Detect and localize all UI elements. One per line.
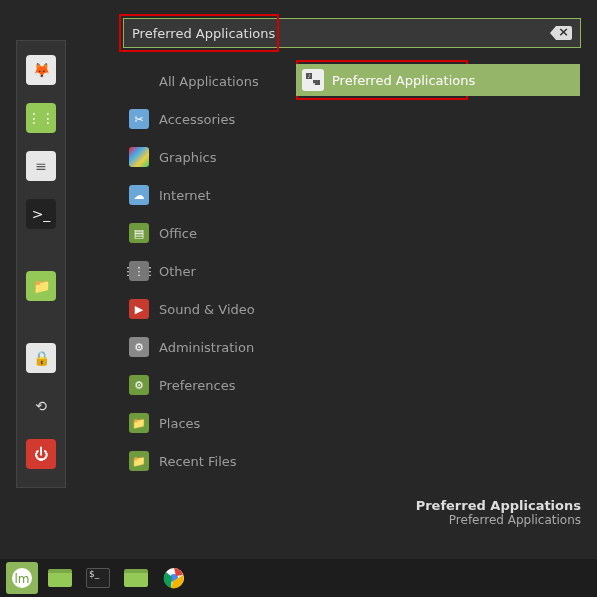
svg-text:♪: ♪: [307, 73, 310, 79]
scissors-icon: ✂: [129, 109, 149, 129]
category-label: Graphics: [159, 150, 216, 165]
app-description-subtitle: Preferred Applications: [416, 513, 581, 527]
files-launcher[interactable]: [44, 562, 76, 594]
chrome-launcher[interactable]: [158, 562, 190, 594]
lock-icon[interactable]: 🔒: [26, 343, 56, 373]
category-label: Sound & Video: [159, 302, 255, 317]
category-other[interactable]: ⋮⋮⋮Other: [123, 252, 293, 290]
category-sound-video[interactable]: ▶Sound & Video: [123, 290, 293, 328]
svg-point-3: [313, 83, 315, 85]
admin-icon: ⚙: [129, 337, 149, 357]
logout-icon[interactable]: ⟲: [26, 391, 56, 421]
app-description-title: Preferred Applications: [416, 498, 581, 513]
play-icon: ▶: [129, 299, 149, 319]
category-preferences[interactable]: ⚙Preferences: [123, 366, 293, 404]
preferred-apps-icon: ♪: [302, 69, 324, 91]
category-label: Preferences: [159, 378, 235, 393]
category-internet[interactable]: ☁Internet: [123, 176, 293, 214]
settings-icon[interactable]: ≡: [26, 151, 56, 181]
terminal-icon[interactable]: >_: [26, 199, 56, 229]
category-label: Internet: [159, 188, 211, 203]
category-label: All Applications: [159, 74, 259, 89]
apps-icon[interactable]: ⋮⋮: [26, 103, 56, 133]
clear-search-icon[interactable]: [556, 26, 572, 40]
category-office[interactable]: ▤Office: [123, 214, 293, 252]
category-label: Administration: [159, 340, 254, 355]
category-administration[interactable]: ⚙Administration: [123, 328, 293, 366]
category-label: Recent Files: [159, 454, 237, 469]
search-result-item[interactable]: ♪ Preferred Applications: [296, 64, 580, 96]
category-all-applications[interactable]: All Applications: [123, 62, 293, 100]
office-icon: ▤: [129, 223, 149, 243]
grid-icon: ⋮⋮⋮: [129, 261, 149, 281]
folder-icon: 📁: [129, 413, 149, 433]
favorites-sidebar: 🦊⋮⋮≡>_📁🔒⟲⏻: [16, 40, 66, 488]
search-result-label: Preferred Applications: [332, 73, 475, 88]
taskbar: lm$_: [0, 559, 597, 597]
recent-icon: 📁: [129, 451, 149, 471]
menu-button[interactable]: lm: [6, 562, 38, 594]
firefox-icon[interactable]: 🦊: [26, 55, 56, 85]
power-icon[interactable]: ⏻: [26, 439, 56, 469]
category-label: Places: [159, 416, 200, 431]
search-field-wrap: [123, 18, 581, 48]
category-label: Accessories: [159, 112, 235, 127]
category-places[interactable]: 📁Places: [123, 404, 293, 442]
search-input[interactable]: [132, 26, 556, 41]
globe-icon: ☁: [129, 185, 149, 205]
category-label: Other: [159, 264, 196, 279]
files-launcher-2[interactable]: [120, 562, 152, 594]
terminal-launcher[interactable]: $_: [82, 562, 114, 594]
prefs-icon: ⚙: [129, 375, 149, 395]
category-list: All Applications✂AccessoriesGraphics☁Int…: [123, 62, 293, 480]
app-description: Preferred Applications Preferred Applica…: [416, 498, 581, 527]
category-accessories[interactable]: ✂Accessories: [123, 100, 293, 138]
category-graphics[interactable]: Graphics: [123, 138, 293, 176]
palette-icon: [129, 147, 149, 167]
category-recent-files[interactable]: 📁Recent Files: [123, 442, 293, 480]
svg-text:lm: lm: [14, 572, 29, 586]
files-icon[interactable]: 📁: [26, 271, 56, 301]
category-label: Office: [159, 226, 197, 241]
